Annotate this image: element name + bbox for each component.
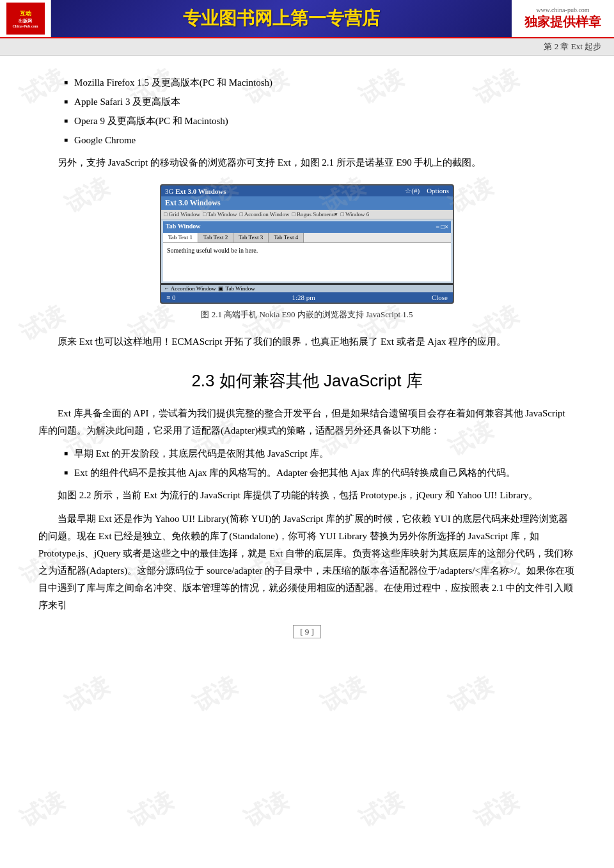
logo-text2: China-Pub.com [12, 24, 38, 28]
header-center: 专业图书网上第一专营店 [51, 0, 512, 37]
list-item: 早期 Ext 的开发阶段，其底层代码是依附其他 JavaScript 库。 [64, 446, 576, 461]
nokia-accordion: ← Accordion Window ▣ Tab Window [161, 285, 453, 292]
nokia-screenshot: 3G Ext 3.0 Windows ☆(#) Options Ext 3.0 … [160, 184, 454, 304]
win-controls: －□× [434, 223, 448, 232]
tab-2[interactable]: Tab Text 2 [198, 233, 233, 242]
list-item: Apple Safari 3 及更高版本 [64, 94, 576, 109]
watermark: 试读 [187, 670, 243, 720]
watermark: 试读 [59, 670, 115, 720]
paragraph-5: 当最早期 Ext 还是作为 Yahoo UI! Library(简称 YUI)的… [38, 510, 576, 614]
bottom-time: 1:28 pm [292, 294, 315, 301]
toolbar-item: □ Bogus Submenu▾ [292, 211, 338, 217]
paragraph-2: 原来 Ext 也可以这样地用！ECMAScript 开拓了我们的眼界，也真正地拓… [38, 333, 576, 351]
page-number: [ 9 ] [38, 627, 576, 637]
watermark: 试读 [123, 785, 179, 835]
watermark: 试读 [443, 670, 499, 720]
list-item: Google Chrome [64, 132, 576, 148]
nokia-bottombar: ≡ 0 1:28 pm Close [161, 292, 453, 303]
figure-2-1: 3G Ext 3.0 Windows ☆(#) Options Ext 3.0 … [154, 184, 460, 320]
site-slogan: 独家提供样章 [524, 13, 601, 31]
logo-area: 互动 出版网 China-Pub.com [0, 0, 51, 37]
paragraph-3: Ext 库具备全面的 API，尝试着为我们提供完整的整合开发平台，但是如果结合遗… [38, 405, 576, 439]
win-title: Tab Window [166, 223, 201, 232]
nokia-win-titlebar: Tab Window －□× [163, 221, 451, 233]
watermark: 试读 [315, 670, 371, 720]
toolbar-item: □ Grid Window [164, 211, 200, 217]
nokia-win-content: Something useful would be in here. [163, 243, 451, 281]
main-content: Mozilla Firefox 1.5 及更高版本(PC 和 Macintosh… [0, 56, 614, 656]
site-title: 专业图书网上第一专营店 [183, 6, 380, 31]
nokia-win-tabs: Tab Text 1 Tab Text 2 Tab Text 3 Tab Tex… [163, 233, 451, 243]
nokia-titlebar: Ext 3.0 Windows [161, 196, 453, 210]
header: 互动 出版网 China-Pub.com 专业图书网上第一专营店 www.chi… [0, 0, 614, 38]
paragraph-1: 另外，支持 JavaScript 的移动设备的浏览器亦可支持 Ext，如图 2.… [38, 154, 576, 171]
watermark: 试读 [239, 785, 294, 835]
page-header-bar: 第 2 章 Ext 起步 [0, 38, 614, 56]
figure-caption: 图 2.1 高端手机 Nokia E90 内嵌的浏览器支持 JavaScript… [201, 309, 413, 320]
section-heading: 2.3 如何兼容其他 JavaScript 库 [38, 370, 576, 392]
nokia-toolbar: □ Grid Window □ Tab Window □ Accordion W… [161, 210, 453, 219]
toolbar-item: □ Window 6 [340, 211, 369, 217]
logo-box: 互动 出版网 China-Pub.com [6, 3, 45, 35]
list-item: Ext 的组件代码不是按其他 Ajax 库的风格写的。Adapter 会把其他 … [64, 465, 576, 480]
accordion-item: ▣ Tab Window [218, 285, 255, 292]
header-right: www.china-pub.com 独家提供样章 [512, 0, 614, 37]
tab-4[interactable]: Tab Text 4 [269, 233, 304, 242]
adapter-list: 早期 Ext 的开发阶段，其底层代码是依附其他 JavaScript 库。 Ex… [64, 446, 576, 480]
watermark: 试读 [15, 785, 70, 835]
site-url: www.china-pub.com [536, 6, 589, 13]
paragraph-4: 如图 2.2 所示，当前 Ext 为流行的 JavaScript 库提供了功能的… [38, 487, 576, 504]
bottom-right: Close [432, 294, 448, 301]
tab-3[interactable]: Tab Text 3 [233, 233, 269, 242]
bottom-left: ≡ 0 [166, 294, 175, 301]
toolbar-item: □ Tab Window [203, 211, 237, 217]
list-item: Opera 9 及更高版本(PC 和 Macintosh) [64, 113, 576, 129]
chapter-label: 第 2 章 Ext 起步 [544, 42, 601, 51]
toolbar-item: □ Accordion Window [240, 211, 290, 217]
nokia-window-area: Tab Window －□× Tab Text 1 Tab Text 2 Tab… [161, 219, 453, 283]
tab-1[interactable]: Tab Text 1 [163, 233, 198, 242]
list-item: Mozilla Firefox 1.5 及更高版本(PC 和 Macintosh… [64, 75, 576, 90]
logo-text1: 出版网 [19, 18, 32, 24]
nokia-status-left: 3G Ext 3.0 Windows [165, 187, 226, 195]
watermark: 试读 [354, 785, 409, 835]
logo-icon: 互动 [20, 10, 31, 18]
accordion-item: ← Accordion Window [164, 285, 216, 292]
browser-list: Mozilla Firefox 1.5 及更高版本(PC 和 Macintosh… [64, 75, 576, 148]
nokia-status-right: ☆(#) Options [405, 187, 449, 195]
watermark: 试读 [469, 785, 524, 835]
nokia-statusbar: 3G Ext 3.0 Windows ☆(#) Options [161, 185, 453, 196]
